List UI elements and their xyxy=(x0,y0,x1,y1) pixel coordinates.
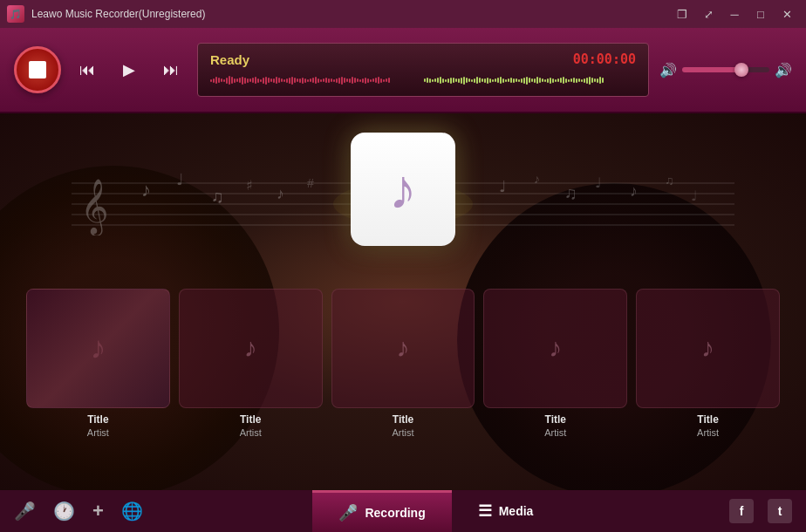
next-button[interactable]: ⏭ xyxy=(155,54,187,85)
resize-button[interactable]: □ xyxy=(748,4,773,24)
stop-icon xyxy=(29,61,46,78)
track-title-1: Title xyxy=(240,413,261,426)
social-buttons: f t xyxy=(729,499,792,523)
globe-icon-btn[interactable]: 🌐 xyxy=(121,501,143,522)
track-note-icon-2: ♪ xyxy=(396,333,409,363)
track-note-icon-4: ♪ xyxy=(701,333,714,363)
svg-text:♪: ♪ xyxy=(277,185,284,202)
minimize-button[interactable]: ─ xyxy=(722,4,747,24)
svg-text:♩: ♩ xyxy=(499,178,506,195)
media-tab-label: Media xyxy=(499,504,534,518)
svg-text:♩: ♩ xyxy=(176,171,183,188)
volume-icon: 🔊 xyxy=(659,62,677,78)
svg-text:𝄞: 𝄞 xyxy=(80,179,109,235)
track-thumb-3: ♪ xyxy=(483,289,627,408)
track-item-0[interactable]: ♪TitleArtist xyxy=(26,289,170,438)
volume-max-icon: 🔊 xyxy=(775,62,792,78)
svg-text:#: # xyxy=(307,176,314,190)
progress-area: Ready 00:00:00 xyxy=(197,43,649,97)
window-controls: ❐ ⤢ ─ □ ✕ xyxy=(670,4,799,24)
svg-text:♫: ♫ xyxy=(564,183,577,202)
track-item-1[interactable]: ♪TitleArtist xyxy=(179,289,323,438)
track-item-2[interactable]: ♪TitleArtist xyxy=(331,289,475,438)
media-tab-icon: ☰ xyxy=(478,501,492,521)
toolbar: ⏮ ▶ ⏭ Ready 00:00:00 🔊 🔊 xyxy=(0,28,806,113)
close-button[interactable]: ✕ xyxy=(775,4,799,24)
app-icon: 🎵 xyxy=(7,5,24,23)
track-artist-0: Artist xyxy=(87,427,109,438)
waveform xyxy=(210,72,636,88)
bottom-left-icons: 🎤 🕐 + 🌐 xyxy=(14,500,143,522)
tracklist: ♪TitleArtist♪TitleArtist♪TitleArtist♪Tit… xyxy=(26,289,780,438)
app-title: Leawo Music Recorder(Unregistered) xyxy=(31,8,670,20)
track-artist-3: Artist xyxy=(544,427,566,438)
svg-text:♫: ♫ xyxy=(665,174,674,188)
play-button[interactable]: ▶ xyxy=(113,54,145,85)
bottom-tabs: 🎤 Recording ☰ Media xyxy=(143,490,729,532)
track-note-icon-3: ♪ xyxy=(549,333,562,363)
svg-text:♪: ♪ xyxy=(141,179,151,201)
time-display: 00:00:00 xyxy=(573,51,636,67)
track-note-icon-1: ♪ xyxy=(244,333,257,363)
music-note-icon: ♪ xyxy=(389,157,417,222)
track-item-4[interactable]: ♪TitleArtist xyxy=(636,289,780,438)
track-thumb-1: ♪ xyxy=(179,289,323,408)
bottombar: 🎤 🕐 + 🌐 🎤 Recording ☰ Media f t xyxy=(0,490,806,532)
twitter-button[interactable]: t xyxy=(768,499,792,523)
add-icon-btn[interactable]: + xyxy=(92,500,104,522)
volume-area: 🔊 🔊 xyxy=(659,62,792,78)
track-title-0: Title xyxy=(87,413,108,426)
status-text: Ready xyxy=(210,52,249,67)
facebook-button[interactable]: f xyxy=(729,499,754,523)
track-thumb-0: ♪ xyxy=(26,289,170,408)
svg-text:♩: ♩ xyxy=(595,175,602,190)
center-music-icon: ♪ xyxy=(351,133,455,246)
track-title-3: Title xyxy=(545,413,566,426)
svg-text:♪: ♪ xyxy=(630,182,638,200)
track-artist-4: Artist xyxy=(697,427,719,438)
titlebar: 🎵 Leawo Music Recorder(Unregistered) ❐ ⤢… xyxy=(0,0,806,28)
volume-slider[interactable] xyxy=(682,67,769,72)
svg-text:♪: ♪ xyxy=(534,172,540,186)
track-item-3[interactable]: ♪TitleArtist xyxy=(483,289,627,438)
recording-tab-icon: 🎤 xyxy=(338,503,358,522)
track-artist-2: Artist xyxy=(392,427,413,438)
track-thumb-2: ♪ xyxy=(331,289,475,408)
media-tab[interactable]: ☰ Media xyxy=(452,490,560,532)
mic-icon-btn[interactable]: 🎤 xyxy=(14,501,36,522)
record-stop-button[interactable] xyxy=(14,46,61,93)
prev-button[interactable]: ⏮ xyxy=(72,54,103,85)
recording-tab[interactable]: 🎤 Recording xyxy=(312,490,451,532)
clock-icon-btn[interactable]: 🕐 xyxy=(53,501,75,522)
svg-text:♩: ♩ xyxy=(691,188,698,203)
volume-knob[interactable] xyxy=(734,63,748,77)
track-title-4: Title xyxy=(697,413,718,426)
track-artist-1: Artist xyxy=(240,427,262,438)
svg-text:♫: ♫ xyxy=(211,187,224,206)
restore-button[interactable]: ❐ xyxy=(670,4,694,24)
recording-tab-label: Recording xyxy=(365,506,425,520)
svg-text:♯: ♯ xyxy=(246,178,253,193)
status-row: Ready 00:00:00 xyxy=(210,51,636,67)
main-content: 𝄞 ♪ ♩ ♫ ♯ ♪ # ♩ ♪ ♫ ♩ ♪ ♫ ♩ ♪ ♪TitleArti… xyxy=(0,113,806,490)
track-title-2: Title xyxy=(393,413,413,426)
track-thumb-4: ♪ xyxy=(636,289,780,408)
external-button[interactable]: ⤢ xyxy=(696,4,721,24)
